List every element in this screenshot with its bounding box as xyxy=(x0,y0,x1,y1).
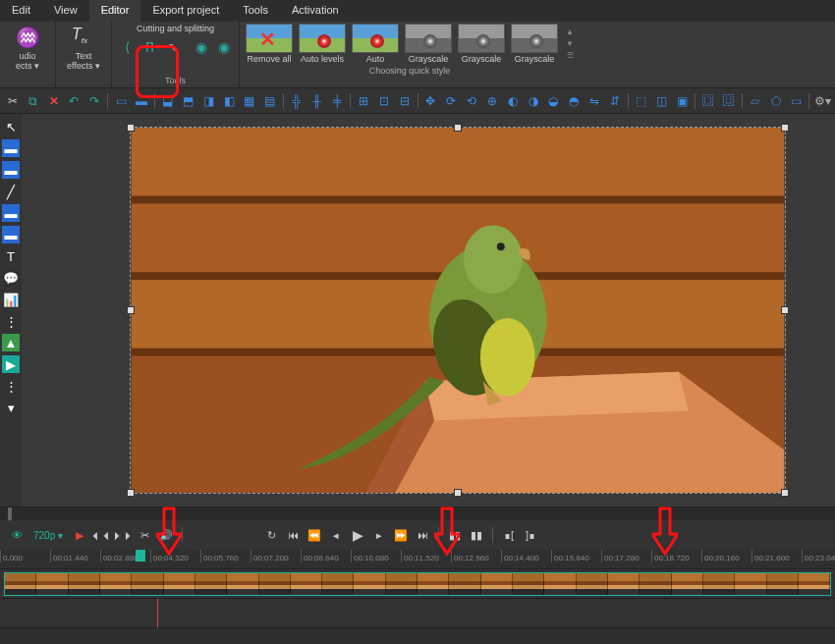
step-back-icon[interactable]: ⏴⏴ xyxy=(92,526,110,544)
align-left-icon[interactable]: ⬓ xyxy=(159,91,177,111)
dist-3-icon[interactable]: ╪ xyxy=(328,91,346,111)
scroll-thumb[interactable] xyxy=(8,508,12,520)
marker-1-icon[interactable]: ▮▮ xyxy=(446,526,464,544)
rot-c-icon[interactable]: ◒ xyxy=(545,91,563,111)
tool-blue-3[interactable]: ▬ xyxy=(2,204,20,222)
settings-icon[interactable]: ⚙▾ xyxy=(813,91,831,111)
fit-2-icon[interactable]: ◫ xyxy=(653,91,671,111)
snap-1-icon[interactable]: ⊞ xyxy=(355,91,372,111)
vol-icon[interactable]: 🔊 xyxy=(157,526,175,544)
handle-tr[interactable] xyxy=(781,124,789,132)
horizontal-scrollbar[interactable] xyxy=(0,507,835,520)
split-button-1[interactable]: ⟨ xyxy=(118,37,138,57)
crop3-icon[interactable]: ▭ xyxy=(788,91,806,111)
handle-ml[interactable] xyxy=(127,306,135,314)
fit-3-icon[interactable]: ▣ xyxy=(674,91,692,111)
next-frame-icon[interactable]: ▸ xyxy=(370,526,388,544)
tool-blue-4[interactable]: ▬ xyxy=(2,226,20,243)
text-tool[interactable]: T xyxy=(2,247,20,265)
menu-item-edit[interactable]: Edit xyxy=(0,0,42,22)
prev-frame-icon[interactable]: ◂ xyxy=(327,526,345,544)
rot-b-icon[interactable]: ◑ xyxy=(525,91,542,111)
rotate-ccw-icon[interactable]: ⟲ xyxy=(463,91,480,111)
play-button[interactable]: ▶ xyxy=(349,526,366,544)
line-tool[interactable]: ╱ xyxy=(2,183,20,200)
group-icon[interactable]: ⿴ xyxy=(699,91,717,111)
empty-track[interactable] xyxy=(0,599,835,628)
snap-2-icon[interactable]: ⊡ xyxy=(375,91,393,111)
cut-icon[interactable]: ✂ xyxy=(4,91,22,111)
more-tool[interactable]: ⋮ xyxy=(2,312,20,330)
fit-1-icon[interactable]: ⬚ xyxy=(633,91,650,111)
crop2-icon[interactable]: ⬠ xyxy=(767,91,785,111)
style-up-icon[interactable]: ▲ xyxy=(564,27,576,37)
snap-3-icon[interactable]: ⊟ xyxy=(396,91,414,111)
align-right-icon[interactable]: ◨ xyxy=(199,91,217,111)
menu-item-view[interactable]: View xyxy=(42,0,89,22)
redo-icon[interactable]: ↷ xyxy=(85,91,103,111)
rewind-icon[interactable]: ⏪ xyxy=(306,526,323,544)
tool-green-1[interactable]: ▲ xyxy=(2,334,20,351)
menu-item-export-project[interactable]: Export project xyxy=(140,0,231,22)
chart-tool[interactable]: 📊 xyxy=(2,291,20,308)
style-down-icon[interactable]: ▼ xyxy=(564,39,576,49)
ffwd-icon[interactable]: ⏩ xyxy=(392,526,410,544)
rotate-cw-icon[interactable]: ⟳ xyxy=(442,91,460,111)
undo-icon[interactable]: ↶ xyxy=(66,91,84,111)
style-scroll[interactable]: ▲ ▼ ☰ xyxy=(564,24,576,64)
quickstyle-5[interactable]: Grayscale xyxy=(509,24,560,64)
go-end-icon[interactable]: ⏭ xyxy=(414,526,431,544)
cut-pb-icon[interactable]: ✂ xyxy=(136,526,153,544)
step-fwd-icon[interactable]: ⏵⏵ xyxy=(114,526,132,544)
quickstyle-4[interactable]: Grayscale xyxy=(456,24,507,64)
ungroup-icon[interactable]: ⿶ xyxy=(720,91,738,111)
preview-mode-icon[interactable]: 👁 xyxy=(8,526,26,544)
rect2-icon[interactable]: ▬ xyxy=(133,91,150,111)
loop-icon[interactable]: ↻ xyxy=(262,526,280,544)
align-top-icon[interactable]: ◧ xyxy=(220,91,238,111)
time-ruler[interactable]: 0.00000:01.44000:02.88000:04.32000:05.76… xyxy=(0,550,835,569)
pointer-tool[interactable]: ↖ xyxy=(2,118,20,135)
dist-h-icon[interactable]: ╬ xyxy=(288,91,306,111)
split-cursor-icon[interactable]: ↖ xyxy=(163,37,183,57)
copy-icon[interactable]: ⧉ xyxy=(25,91,42,111)
center-icon[interactable]: ⊕ xyxy=(483,91,501,111)
split-button-4[interactable]: ◉ xyxy=(214,37,234,57)
dropper-tool[interactable]: ⋮ xyxy=(2,377,20,395)
dist-v-icon[interactable]: ╫ xyxy=(307,91,325,111)
range-start-icon[interactable]: ∎[ xyxy=(500,526,518,544)
tool-blue-2[interactable]: ▬ xyxy=(2,161,20,179)
go-start-icon[interactable]: ⏮ xyxy=(284,526,302,544)
rot-a-icon[interactable]: ◐ xyxy=(504,91,522,111)
rect-icon[interactable]: ▭ xyxy=(112,91,130,111)
marker-2-icon[interactable]: ▮▮ xyxy=(468,526,485,544)
quickstyle-3[interactable]: Grayscale xyxy=(403,24,454,64)
text-effects-button[interactable]: Tfx Text effects ▾ xyxy=(64,26,103,71)
flip-h-icon[interactable]: ⇋ xyxy=(585,91,603,111)
align-bot-icon[interactable]: ▤ xyxy=(261,91,279,111)
style-menu-icon[interactable]: ☰ xyxy=(564,51,576,61)
handle-bl[interactable] xyxy=(127,489,135,497)
tool-blue-1[interactable]: ▬ xyxy=(2,139,20,157)
menu-item-activation[interactable]: Activation xyxy=(280,0,351,22)
delete-icon[interactable]: ✕ xyxy=(45,91,63,111)
audio-effects-button[interactable]: ♒ udio ects ▾ xyxy=(8,26,47,71)
record-button[interactable]: ▶ xyxy=(71,526,88,544)
quickstyle-0[interactable]: Remove all xyxy=(244,24,295,64)
tool-teal-1[interactable]: ▶ xyxy=(2,355,20,373)
menu-item-editor[interactable]: Editor xyxy=(89,0,141,22)
video-track[interactable] xyxy=(0,569,835,599)
move-icon[interactable]: ✥ xyxy=(421,91,439,111)
handle-tl[interactable] xyxy=(127,124,135,132)
color-tool[interactable]: ▾ xyxy=(2,399,20,416)
tooltip-tool[interactable]: 💬 xyxy=(2,269,20,287)
split-button-3[interactable]: ◉ xyxy=(192,37,211,57)
handle-br[interactable] xyxy=(781,489,789,497)
resolution-dropdown[interactable]: 720p ▾ xyxy=(29,530,67,541)
menu-item-tools[interactable]: Tools xyxy=(231,0,280,22)
range-end-icon[interactable]: ]∎ xyxy=(522,526,539,544)
video-clip[interactable] xyxy=(4,572,831,596)
rot-d-icon[interactable]: ◓ xyxy=(565,91,583,111)
split-button-2[interactable]: Π xyxy=(140,37,160,57)
align-center-icon[interactable]: ⬒ xyxy=(180,91,197,111)
